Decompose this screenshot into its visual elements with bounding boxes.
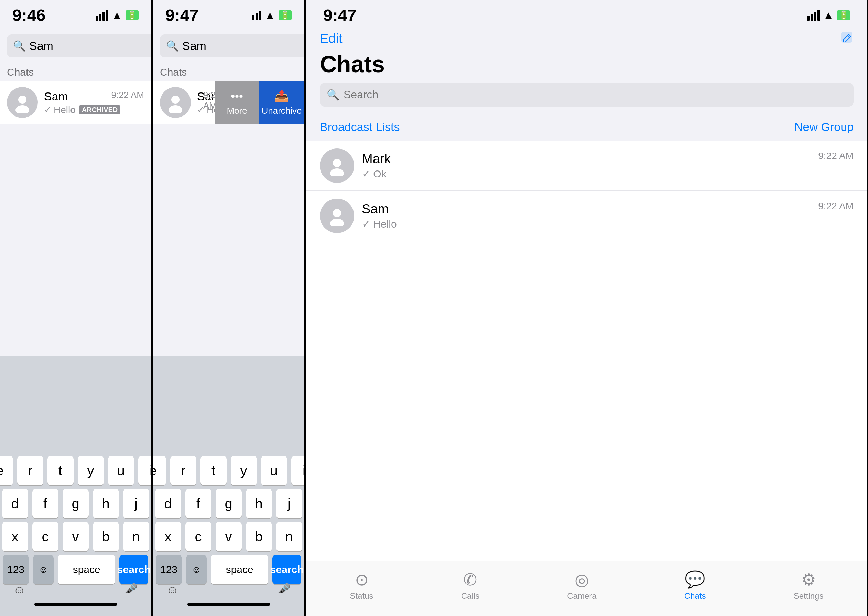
avatar-sam-2 bbox=[160, 87, 191, 118]
key-e[interactable]: e bbox=[0, 456, 13, 486]
new-group-label[interactable]: New Group bbox=[794, 120, 854, 134]
key2-j[interactable]: j bbox=[276, 489, 302, 519]
tab-status[interactable]: ⊙ Status bbox=[350, 570, 373, 601]
key-row-1: q w e r t y u i o p bbox=[3, 456, 148, 486]
tab-bar: ⊙ Status ✆ Calls ◎ Camera 💬 Chats ⚙ Sett… bbox=[306, 561, 867, 616]
key2-h[interactable]: h bbox=[246, 489, 272, 519]
key-row-2-3: ⇧ z x c v b n m ⌫ bbox=[156, 522, 301, 552]
svg-point-7 bbox=[330, 168, 344, 176]
swipe-actions: ••• More 📤 Unarchive bbox=[215, 81, 304, 124]
key-x[interactable]: x bbox=[2, 522, 28, 552]
status-bar-1: 9:46 ▲ 🔋 bbox=[0, 0, 151, 30]
camera-icon: ◎ bbox=[575, 570, 589, 589]
chat-list-right: Mark ✓ Ok 9:22 AM Sam ✓ bbox=[306, 141, 867, 561]
key2-u[interactable]: u bbox=[261, 456, 287, 486]
right-search-input[interactable] bbox=[344, 88, 847, 101]
chat-time-mark: 9:22 AM bbox=[818, 151, 854, 162]
key-c[interactable]: c bbox=[32, 522, 58, 552]
edit-button[interactable]: Edit bbox=[320, 31, 342, 46]
tab-settings-label: Settings bbox=[794, 591, 824, 601]
key2-v[interactable]: v bbox=[215, 522, 242, 552]
key2-c[interactable]: c bbox=[186, 522, 211, 552]
right-header: Edit Chats 🔍 bbox=[306, 30, 867, 113]
key-row-2-1: q w e r t y u i o p bbox=[156, 456, 301, 486]
key2-emoji[interactable]: ☺ bbox=[186, 555, 207, 585]
key-f[interactable]: f bbox=[32, 489, 58, 519]
key2-d[interactable]: d bbox=[155, 489, 181, 519]
tab-chats[interactable]: 💬 Chats bbox=[684, 570, 706, 601]
tab-calls[interactable]: ✆ Calls bbox=[461, 570, 480, 601]
wifi-icon: ▲ bbox=[112, 9, 122, 21]
key2-g[interactable]: g bbox=[215, 489, 242, 519]
phone-panel-3: 9:47 ▲ 🔋 Edit Cha bbox=[306, 0, 868, 616]
bottom-bar-1 bbox=[0, 592, 151, 616]
tab-camera[interactable]: ◎ Camera bbox=[567, 570, 596, 601]
search-input-wrap-2[interactable]: 🔍 ✕ bbox=[160, 35, 305, 57]
key2-y[interactable]: y bbox=[231, 456, 257, 486]
chat-item-1[interactable]: Sam ✓ Hello ARCHIVED 9:22 AM bbox=[0, 81, 151, 124]
status-icons-1: ▲ 🔋 bbox=[96, 9, 138, 21]
svg-point-9 bbox=[330, 218, 344, 226]
divider-2 bbox=[306, 241, 867, 241]
key-d[interactable]: d bbox=[2, 489, 28, 519]
more-button[interactable]: ••• More bbox=[215, 81, 259, 124]
key2-search[interactable]: search bbox=[272, 555, 301, 585]
status-icon: ⊙ bbox=[355, 570, 369, 589]
chat-info-sam-right: Sam ✓ Hello bbox=[362, 202, 811, 230]
key2-b[interactable]: b bbox=[246, 522, 272, 552]
key-r[interactable]: r bbox=[17, 456, 43, 486]
signal-icon-3 bbox=[807, 9, 820, 20]
preview-text-1: Hello bbox=[53, 105, 75, 115]
compose-button[interactable] bbox=[840, 30, 854, 47]
key-row-2: a s d f g h j k l bbox=[3, 489, 148, 519]
key2-t[interactable]: t bbox=[200, 456, 226, 486]
search-input-wrap-1[interactable]: 🔍 ✕ bbox=[7, 35, 152, 57]
right-search-wrap[interactable]: 🔍 bbox=[320, 83, 854, 107]
tab-settings[interactable]: ⚙ Settings bbox=[794, 570, 824, 601]
chat-preview-mark: ✓ Ok bbox=[362, 168, 811, 180]
key-h[interactable]: h bbox=[93, 489, 119, 519]
key2-f[interactable]: f bbox=[186, 489, 211, 519]
key2-n[interactable]: n bbox=[276, 522, 302, 552]
chat-item-sam-right[interactable]: Sam ✓ Hello 9:22 AM bbox=[306, 191, 867, 241]
section-header-1: Chats bbox=[0, 61, 151, 81]
key2-e[interactable]: e bbox=[153, 456, 166, 486]
chat-time-sam-right: 9:22 AM bbox=[818, 201, 854, 212]
key-space[interactable]: space bbox=[58, 555, 115, 585]
key-emoji[interactable]: ☺ bbox=[33, 555, 53, 585]
key-search[interactable]: search bbox=[120, 555, 148, 585]
phone-panel-2: 9:47 ▲ 🔋 🔍 ✕ Cancel Chats Sam ✓ bbox=[153, 0, 305, 616]
key-123[interactable]: 123 bbox=[3, 555, 29, 585]
key-y[interactable]: y bbox=[78, 456, 104, 486]
checkmark-sam: ✓ bbox=[362, 218, 373, 229]
tab-calls-label: Calls bbox=[461, 591, 480, 601]
chat-item-mark[interactable]: Mark ✓ Ok 9:22 AM bbox=[306, 141, 867, 191]
battery-icon-2: 🔋 bbox=[278, 10, 292, 20]
key2-i[interactable]: i bbox=[291, 456, 305, 486]
key-j[interactable]: j bbox=[123, 489, 149, 519]
keyboard-1: q w e r t y u i o p a s d f g h j k l ⇧ … bbox=[0, 357, 151, 592]
key-u[interactable]: u bbox=[108, 456, 134, 486]
avatar-mark bbox=[320, 149, 354, 183]
time-2: 9:47 bbox=[165, 6, 198, 25]
search-input-2[interactable] bbox=[182, 39, 305, 53]
key-t[interactable]: t bbox=[47, 456, 74, 486]
tab-status-label: Status bbox=[350, 591, 373, 601]
unarchive-icon: 📤 bbox=[274, 89, 289, 103]
key2-x[interactable]: x bbox=[155, 522, 181, 552]
search-bar-1: 🔍 ✕ Cancel bbox=[0, 30, 151, 61]
key-b[interactable]: b bbox=[93, 522, 119, 552]
key-v[interactable]: v bbox=[63, 522, 89, 552]
key-n[interactable]: n bbox=[123, 522, 149, 552]
key2-space[interactable]: space bbox=[211, 555, 268, 585]
key2-r[interactable]: r bbox=[170, 456, 197, 486]
broadcast-lists-label[interactable]: Broadcast Lists bbox=[320, 120, 399, 134]
bottom-bar-2 bbox=[153, 592, 304, 616]
key2-123[interactable]: 123 bbox=[156, 555, 182, 585]
tab-camera-label: Camera bbox=[567, 591, 596, 601]
key-g[interactable]: g bbox=[63, 489, 89, 519]
key-i[interactable]: i bbox=[138, 456, 152, 486]
unarchive-button[interactable]: 📤 Unarchive bbox=[259, 81, 304, 124]
key-row-4: 123 ☺ space search bbox=[3, 555, 148, 585]
search-input-1[interactable] bbox=[29, 39, 152, 53]
